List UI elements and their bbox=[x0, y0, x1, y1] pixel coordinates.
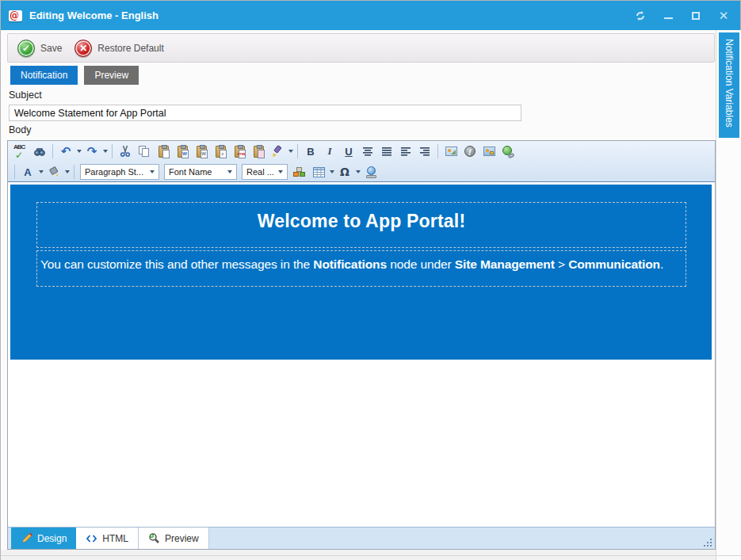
heading-block[interactable]: Welcome to App Portal! bbox=[36, 202, 686, 248]
save-icon[interactable]: ✓ bbox=[17, 40, 35, 57]
module-manager-icon[interactable] bbox=[290, 163, 309, 181]
align-right-icon[interactable] bbox=[415, 143, 434, 160]
close-button[interactable]: ✕ bbox=[718, 10, 729, 21]
tab-notification[interactable]: Notification bbox=[10, 66, 78, 85]
italic-icon[interactable]: I bbox=[320, 143, 339, 160]
align-left-icon[interactable] bbox=[396, 143, 415, 160]
toolbar-separator bbox=[74, 165, 74, 179]
notification-variables-tab[interactable]: Notification Variables bbox=[719, 32, 739, 138]
flash-manager-icon[interactable]: f bbox=[460, 143, 479, 160]
underline-icon[interactable]: U bbox=[339, 143, 358, 160]
tab-preview[interactable]: Preview bbox=[84, 66, 139, 85]
align-center-icon[interactable] bbox=[358, 143, 377, 160]
editor-mode-bar: DesignHTMLPreview bbox=[8, 527, 715, 549]
body-label: Body bbox=[9, 124, 32, 135]
media-manager-icon[interactable] bbox=[479, 143, 498, 160]
find-icon[interactable] bbox=[30, 143, 49, 160]
restore-default-icon[interactable]: ✕ bbox=[74, 40, 92, 57]
editor-toolbar: ABC✓↶↷WW≡HTMLBIUf AParagraph St...Font N… bbox=[8, 141, 715, 182]
bold-icon[interactable]: B bbox=[301, 143, 320, 160]
window-title: Editing Welcome - English bbox=[29, 10, 159, 21]
undo-icon[interactable]: ↶ bbox=[56, 143, 75, 160]
symbol-icon[interactable]: Ω bbox=[335, 163, 354, 181]
paste-word-icon[interactable]: W bbox=[173, 143, 192, 160]
dropdown-caret[interactable] bbox=[354, 163, 361, 181]
email-body-background: Welcome to App Portal! You can customize… bbox=[10, 185, 712, 360]
paste-icon[interactable] bbox=[154, 143, 173, 160]
template-manager-icon[interactable] bbox=[361, 163, 380, 181]
image-manager-icon[interactable] bbox=[441, 143, 460, 160]
toolbar-separator bbox=[52, 144, 53, 158]
dropdown-caret[interactable] bbox=[101, 143, 109, 160]
restore-default-button[interactable]: Restore Default bbox=[97, 43, 163, 54]
dropdown-caret[interactable] bbox=[63, 163, 71, 181]
align-justify-icon[interactable] bbox=[377, 143, 396, 160]
back-color-icon[interactable] bbox=[44, 163, 63, 181]
minimize-button[interactable] bbox=[663, 10, 674, 21]
toolbar-separator bbox=[297, 144, 298, 158]
editor-mode-design[interactable]: Design bbox=[11, 528, 76, 549]
magnifier-icon bbox=[148, 532, 160, 544]
toolbar-separator bbox=[112, 144, 113, 158]
paste-word-clean-icon[interactable]: W bbox=[192, 143, 211, 160]
copy-icon[interactable] bbox=[135, 143, 154, 160]
code-icon bbox=[86, 533, 97, 544]
dropdown-caret[interactable] bbox=[37, 163, 44, 181]
paste-markup-icon[interactable] bbox=[249, 143, 268, 160]
toolbar-separator bbox=[437, 144, 438, 158]
format-painter-icon[interactable] bbox=[268, 143, 287, 160]
dropdown-caret[interactable] bbox=[328, 163, 335, 181]
action-toolbar: ✓ Save ✕ Restore Default bbox=[7, 33, 715, 63]
resize-grip[interactable] bbox=[701, 536, 712, 547]
editor-mode-preview[interactable]: Preview bbox=[139, 528, 209, 549]
app-icon: @ bbox=[9, 10, 22, 21]
hyperlink-manager-icon[interactable] bbox=[498, 143, 518, 160]
paste-plain-icon[interactable]: ≡ bbox=[211, 143, 230, 160]
table-icon[interactable] bbox=[309, 163, 328, 181]
pencil-icon bbox=[21, 532, 32, 544]
rich-text-editor: ABC✓↶↷WW≡HTMLBIUf AParagraph St...Font N… bbox=[7, 140, 716, 550]
right-sidebar: Notification Variables bbox=[716, 30, 741, 560]
subject-label: Subject bbox=[9, 90, 42, 101]
dropdown-caret[interactable] bbox=[75, 143, 82, 160]
paragraph-style-dropdown[interactable]: Paragraph St... bbox=[80, 164, 159, 180]
font-size-dropdown[interactable]: Real ... bbox=[242, 164, 288, 180]
welcome-heading: Welcome to App Portal! bbox=[37, 211, 686, 232]
tab-bar: NotificationPreview bbox=[10, 66, 139, 85]
spellcheck-icon[interactable]: ABC✓ bbox=[11, 143, 30, 160]
cut-icon[interactable] bbox=[116, 143, 135, 160]
toolbar-separator bbox=[14, 165, 15, 179]
welcome-paragraph: You can customize this and other message… bbox=[37, 251, 686, 272]
titlebar: @ Editing Welcome - English ✕ bbox=[1, 1, 740, 30]
font-name-dropdown[interactable]: Font Name bbox=[164, 164, 237, 180]
paste-html-icon[interactable]: HTML bbox=[230, 143, 249, 160]
redo-icon[interactable]: ↷ bbox=[82, 143, 101, 160]
maximize-button[interactable] bbox=[690, 10, 701, 21]
dropdown-caret[interactable] bbox=[287, 143, 294, 160]
fore-color-icon[interactable]: A bbox=[18, 163, 37, 181]
editor-content[interactable]: Welcome to App Portal! You can customize… bbox=[8, 182, 715, 527]
paragraph-block[interactable]: You can customize this and other message… bbox=[36, 250, 686, 287]
save-button[interactable]: Save bbox=[40, 43, 62, 54]
editor-mode-html[interactable]: HTML bbox=[76, 528, 139, 549]
dialog-window: @ Editing Welcome - English ✕ ✓ Save ✕ R… bbox=[0, 0, 741, 560]
subject-input[interactable] bbox=[9, 105, 521, 121]
refresh-icon[interactable] bbox=[635, 10, 646, 21]
